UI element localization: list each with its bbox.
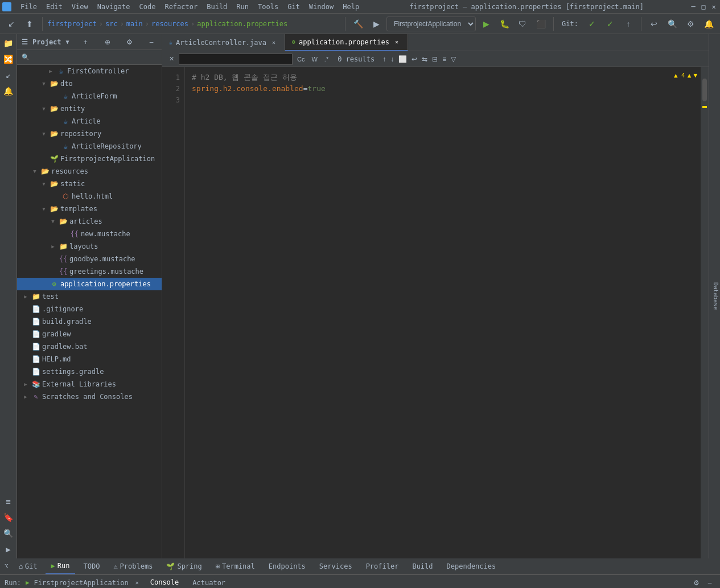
tree-item-test[interactable]: ▶ 📁 test	[17, 290, 162, 303]
menu-git[interactable]: Git	[283, 2, 305, 12]
bottom-tab-terminal[interactable]: ⊞ Terminal	[210, 558, 261, 574]
menu-view[interactable]: View	[67, 2, 93, 12]
search-settings-button[interactable]: ≡	[441, 54, 447, 64]
tab-close-button[interactable]: ✕	[270, 39, 278, 47]
build-button[interactable]: 🔨	[350, 16, 366, 32]
tab-close-button[interactable]: ✕	[393, 38, 401, 46]
sidebar-icon-project[interactable]: 📁	[2, 36, 15, 50]
menu-tools[interactable]: Tools	[253, 2, 283, 12]
stop-button[interactable]: ⬛	[533, 16, 549, 32]
menu-edit[interactable]: Edit	[42, 2, 67, 12]
tree-item-static[interactable]: ▼ 📂 static	[17, 178, 162, 190]
tree-item-gitignore[interactable]: ▶ 📄 .gitignore	[17, 303, 162, 315]
minimize-button[interactable]: ─	[689, 3, 697, 11]
panel-scroll-button[interactable]: ⊕	[102, 36, 113, 48]
breadcrumb-project[interactable]: firstproject	[47, 20, 97, 28]
bottom-tab-endpoints[interactable]: Endpoints	[263, 558, 311, 574]
menu-file[interactable]: File	[16, 2, 42, 12]
vcs-update-button[interactable]: ↙	[3, 16, 19, 32]
vcs-push-button[interactable]: ⬆	[22, 16, 38, 32]
tree-item-articlerepository[interactable]: ▶ ☕ ArticleRepository	[17, 140, 162, 153]
sidebar-icon-structure[interactable]: ≡	[2, 495, 15, 508]
tree-item-articles[interactable]: ▼ 📂 articles	[17, 215, 162, 228]
sidebar-database[interactable]: Database	[711, 280, 720, 312]
tree-item-firstcontroller[interactable]: ▶ ☕ FirstController	[17, 65, 162, 77]
run-minimize-button[interactable]: –	[704, 577, 715, 589]
menu-code[interactable]: Code	[135, 2, 161, 12]
git-up-button[interactable]: ↑	[620, 16, 636, 32]
tree-item-gradlew[interactable]: ▶ 📄 gradlew	[17, 328, 162, 340]
tree-item-gradlew-bat[interactable]: ▶ 📄 gradlew.bat	[17, 340, 162, 353]
search-in-button[interactable]: ↩	[410, 54, 418, 64]
scrollbar-thumb[interactable]	[702, 79, 707, 101]
tree-item-help-md[interactable]: ▶ 📄 HELP.md	[17, 353, 162, 365]
editor-scrollbar[interactable]	[701, 67, 709, 558]
tree-item-settings-gradle[interactable]: ▶ 📄 settings.gradle	[17, 365, 162, 378]
tree-item-goodbye-mustache[interactable]: ▶ {{ goodbye.mustache	[17, 253, 162, 265]
tree-item-new-mustache[interactable]: ▶ {{ new.mustache	[17, 228, 162, 240]
menu-window[interactable]: Window	[305, 2, 338, 12]
git-status[interactable]: Git:	[558, 19, 582, 29]
search-prev-button[interactable]: ↑	[381, 54, 387, 64]
menu-help[interactable]: Help	[338, 2, 364, 12]
tree-item-dto[interactable]: ▼ 📂 dto	[17, 77, 162, 90]
tree-item-resources[interactable]: ▼ 📂 resources	[17, 165, 162, 178]
coverage-button[interactable]: 🛡	[515, 16, 530, 32]
panel-dropdown-icon[interactable]: ▼	[66, 39, 69, 45]
code-content[interactable]: # h2 DB, 웹 콘솔 접근 허용 spring.h2.console.en…	[185, 67, 701, 558]
menu-refactor[interactable]: Refactor	[160, 2, 202, 12]
tree-item-firstprojectapp[interactable]: ▶ 🌱 FirstprojectApplication	[17, 153, 162, 165]
search-context-button[interactable]: ⇆	[421, 54, 429, 64]
bottom-tab-git[interactable]: ⌂ Git	[13, 558, 43, 574]
tab-application-properties[interactable]: ⚙ application.properties ✕	[285, 34, 408, 51]
tree-item-entity[interactable]: ▼ 📂 entity	[17, 102, 162, 115]
search-words[interactable]: W	[309, 55, 319, 64]
debug-button[interactable]: 🐛	[496, 16, 512, 32]
search-button[interactable]: 🔍	[664, 16, 680, 32]
tree-item-article[interactable]: ▶ ☕ Article	[17, 115, 162, 128]
bottom-tab-problems[interactable]: ⚠ Problems	[108, 558, 158, 574]
run-settings-button[interactable]: ⚙	[690, 577, 702, 589]
tree-item-application-properties[interactable]: ▶ ⚙ application.properties	[17, 278, 162, 290]
run-button[interactable]: ▶	[478, 16, 494, 32]
git-check-button[interactable]: ✓	[584, 16, 600, 32]
tree-item-layouts[interactable]: ▶ 📁 layouts	[17, 240, 162, 253]
notifications-button[interactable]: 🔔	[701, 16, 717, 32]
search-filter-button[interactable]: ⊟	[431, 54, 439, 64]
close-button[interactable]: ✕	[710, 3, 718, 11]
search-expand-button[interactable]: ⬜	[397, 54, 408, 64]
bottom-tab-spring[interactable]: 🌱 Spring	[161, 558, 207, 574]
git-tick-button[interactable]: ✓	[602, 16, 618, 32]
run-config-button[interactable]: ▶	[368, 16, 384, 32]
panel-settings-button[interactable]: ⚙	[124, 36, 135, 48]
settings-button[interactable]: ⚙	[682, 16, 698, 32]
panel-close-button[interactable]: –	[146, 36, 157, 48]
sidebar-icon-find[interactable]: 🔍	[2, 527, 15, 540]
bottom-tab-todo[interactable]: TODO	[77, 558, 105, 574]
run-tab-console[interactable]: Console	[146, 575, 184, 589]
tree-item-articleform[interactable]: ▶ ☕ ArticleForm	[17, 90, 162, 102]
breadcrumb-main[interactable]: main	[126, 20, 143, 28]
bottom-tab-services[interactable]: Services	[314, 558, 358, 574]
search-match-case[interactable]: Cc	[295, 55, 307, 64]
tree-search-input[interactable]	[32, 54, 157, 61]
maximize-button[interactable]: □	[700, 3, 707, 11]
breadcrumb-resources[interactable]: resources	[151, 20, 188, 28]
menu-build[interactable]: Build	[202, 2, 232, 12]
sidebar-icon-pull[interactable]: ↙	[2, 68, 15, 82]
run-tab-actuator[interactable]: Actuator	[188, 575, 230, 589]
search-close-button[interactable]: ✕	[167, 54, 176, 64]
run-config-dropdown[interactable]: FirstprojectApplication	[386, 17, 476, 31]
bottom-tab-run[interactable]: ▶ Run	[46, 558, 76, 574]
tree-item-repository[interactable]: ▼ 📂 repository	[17, 128, 162, 140]
panel-add-button[interactable]: +	[80, 36, 91, 48]
bottom-tab-dependencies[interactable]: Dependencies	[441, 558, 502, 574]
search-funnel-button[interactable]: ▽	[450, 54, 457, 64]
sidebar-icon-bookmarks[interactable]: 🔖	[2, 511, 15, 524]
search-next-button[interactable]: ↓	[389, 54, 395, 64]
run-config-close[interactable]: ✕	[133, 579, 141, 587]
bottom-tab-build[interactable]: Build	[406, 558, 438, 574]
menu-run[interactable]: Run	[232, 2, 253, 12]
tree-item-build-gradle[interactable]: ▶ 📄 build.gradle	[17, 315, 162, 328]
sidebar-icon-notifications[interactable]: 🔔	[2, 84, 15, 98]
